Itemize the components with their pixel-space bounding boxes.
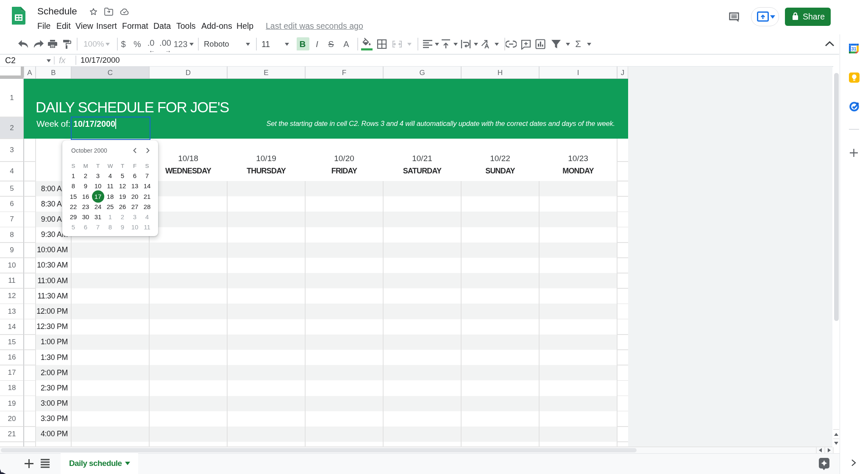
- svg-text:31: 31: [851, 46, 857, 51]
